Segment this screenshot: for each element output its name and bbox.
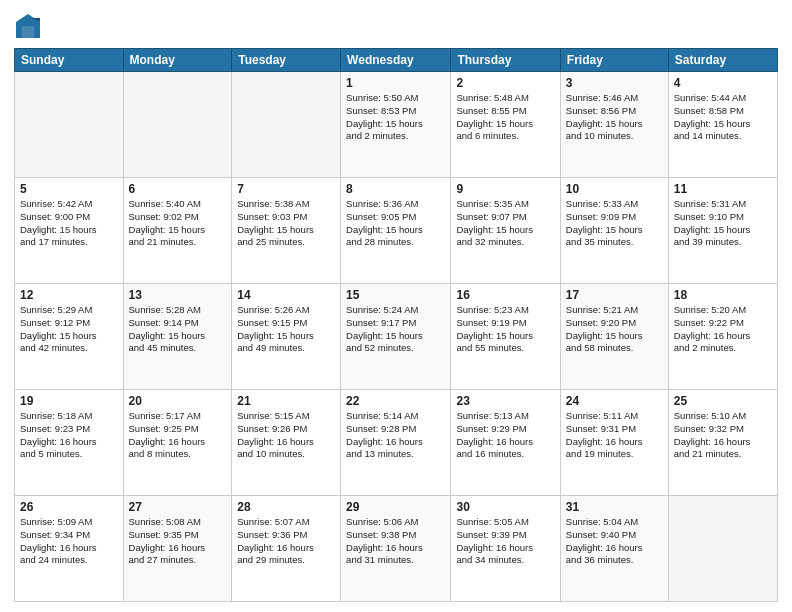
weekday-header-row: SundayMondayTuesdayWednesdayThursdayFrid…: [15, 49, 778, 72]
day-number: 20: [129, 394, 227, 408]
day-number: 24: [566, 394, 663, 408]
day-content: Sunrise: 5:10 AM Sunset: 9:32 PM Dayligh…: [674, 410, 772, 461]
day-content: Sunrise: 5:15 AM Sunset: 9:26 PM Dayligh…: [237, 410, 335, 461]
day-content: Sunrise: 5:21 AM Sunset: 9:20 PM Dayligh…: [566, 304, 663, 355]
calendar-cell: 7Sunrise: 5:38 AM Sunset: 9:03 PM Daylig…: [232, 178, 341, 284]
day-number: 13: [129, 288, 227, 302]
svg-rect-2: [22, 26, 34, 38]
calendar-cell: 16Sunrise: 5:23 AM Sunset: 9:19 PM Dayli…: [451, 284, 560, 390]
day-content: Sunrise: 5:11 AM Sunset: 9:31 PM Dayligh…: [566, 410, 663, 461]
weekday-header-wednesday: Wednesday: [341, 49, 451, 72]
day-content: Sunrise: 5:42 AM Sunset: 9:00 PM Dayligh…: [20, 198, 118, 249]
calendar-cell: 1Sunrise: 5:50 AM Sunset: 8:53 PM Daylig…: [341, 72, 451, 178]
calendar-cell: 14Sunrise: 5:26 AM Sunset: 9:15 PM Dayli…: [232, 284, 341, 390]
day-number: 12: [20, 288, 118, 302]
day-content: Sunrise: 5:14 AM Sunset: 9:28 PM Dayligh…: [346, 410, 445, 461]
weekday-header-thursday: Thursday: [451, 49, 560, 72]
weekday-header-saturday: Saturday: [668, 49, 777, 72]
calendar-cell: 13Sunrise: 5:28 AM Sunset: 9:14 PM Dayli…: [123, 284, 232, 390]
day-content: Sunrise: 5:04 AM Sunset: 9:40 PM Dayligh…: [566, 516, 663, 567]
day-number: 23: [456, 394, 554, 408]
calendar-cell: 6Sunrise: 5:40 AM Sunset: 9:02 PM Daylig…: [123, 178, 232, 284]
calendar-cell: 15Sunrise: 5:24 AM Sunset: 9:17 PM Dayli…: [341, 284, 451, 390]
day-content: Sunrise: 5:26 AM Sunset: 9:15 PM Dayligh…: [237, 304, 335, 355]
day-content: Sunrise: 5:06 AM Sunset: 9:38 PM Dayligh…: [346, 516, 445, 567]
calendar-cell: [232, 72, 341, 178]
day-content: Sunrise: 5:38 AM Sunset: 9:03 PM Dayligh…: [237, 198, 335, 249]
calendar-cell: 27Sunrise: 5:08 AM Sunset: 9:35 PM Dayli…: [123, 496, 232, 602]
day-content: Sunrise: 5:23 AM Sunset: 9:19 PM Dayligh…: [456, 304, 554, 355]
day-content: Sunrise: 5:05 AM Sunset: 9:39 PM Dayligh…: [456, 516, 554, 567]
calendar-cell: 18Sunrise: 5:20 AM Sunset: 9:22 PM Dayli…: [668, 284, 777, 390]
calendar-cell: [15, 72, 124, 178]
day-content: Sunrise: 5:18 AM Sunset: 9:23 PM Dayligh…: [20, 410, 118, 461]
calendar-cell: 3Sunrise: 5:46 AM Sunset: 8:56 PM Daylig…: [560, 72, 668, 178]
day-number: 2: [456, 76, 554, 90]
day-content: Sunrise: 5:46 AM Sunset: 8:56 PM Dayligh…: [566, 92, 663, 143]
day-number: 15: [346, 288, 445, 302]
day-content: Sunrise: 5:07 AM Sunset: 9:36 PM Dayligh…: [237, 516, 335, 567]
day-content: Sunrise: 5:36 AM Sunset: 9:05 PM Dayligh…: [346, 198, 445, 249]
calendar-cell: 9Sunrise: 5:35 AM Sunset: 9:07 PM Daylig…: [451, 178, 560, 284]
calendar-cell: [123, 72, 232, 178]
week-row-1: 5Sunrise: 5:42 AM Sunset: 9:00 PM Daylig…: [15, 178, 778, 284]
day-number: 16: [456, 288, 554, 302]
calendar-cell: 31Sunrise: 5:04 AM Sunset: 9:40 PM Dayli…: [560, 496, 668, 602]
calendar-cell: 2Sunrise: 5:48 AM Sunset: 8:55 PM Daylig…: [451, 72, 560, 178]
day-content: Sunrise: 5:35 AM Sunset: 9:07 PM Dayligh…: [456, 198, 554, 249]
day-number: 10: [566, 182, 663, 196]
day-content: Sunrise: 5:48 AM Sunset: 8:55 PM Dayligh…: [456, 92, 554, 143]
calendar-cell: 29Sunrise: 5:06 AM Sunset: 9:38 PM Dayli…: [341, 496, 451, 602]
day-content: Sunrise: 5:20 AM Sunset: 9:22 PM Dayligh…: [674, 304, 772, 355]
calendar-cell: 5Sunrise: 5:42 AM Sunset: 9:00 PM Daylig…: [15, 178, 124, 284]
calendar-cell: 17Sunrise: 5:21 AM Sunset: 9:20 PM Dayli…: [560, 284, 668, 390]
header: [14, 12, 778, 40]
logo-icon: [14, 12, 42, 40]
day-number: 9: [456, 182, 554, 196]
calendar-cell: 10Sunrise: 5:33 AM Sunset: 9:09 PM Dayli…: [560, 178, 668, 284]
day-number: 5: [20, 182, 118, 196]
day-content: Sunrise: 5:40 AM Sunset: 9:02 PM Dayligh…: [129, 198, 227, 249]
weekday-header-monday: Monday: [123, 49, 232, 72]
week-row-0: 1Sunrise: 5:50 AM Sunset: 8:53 PM Daylig…: [15, 72, 778, 178]
day-number: 8: [346, 182, 445, 196]
day-number: 31: [566, 500, 663, 514]
day-number: 1: [346, 76, 445, 90]
calendar-cell: 26Sunrise: 5:09 AM Sunset: 9:34 PM Dayli…: [15, 496, 124, 602]
weekday-header-friday: Friday: [560, 49, 668, 72]
day-number: 4: [674, 76, 772, 90]
day-content: Sunrise: 5:33 AM Sunset: 9:09 PM Dayligh…: [566, 198, 663, 249]
day-number: 26: [20, 500, 118, 514]
calendar-cell: 19Sunrise: 5:18 AM Sunset: 9:23 PM Dayli…: [15, 390, 124, 496]
day-number: 25: [674, 394, 772, 408]
weekday-header-tuesday: Tuesday: [232, 49, 341, 72]
day-content: Sunrise: 5:28 AM Sunset: 9:14 PM Dayligh…: [129, 304, 227, 355]
calendar: SundayMondayTuesdayWednesdayThursdayFrid…: [14, 48, 778, 602]
day-content: Sunrise: 5:24 AM Sunset: 9:17 PM Dayligh…: [346, 304, 445, 355]
day-content: Sunrise: 5:08 AM Sunset: 9:35 PM Dayligh…: [129, 516, 227, 567]
logo: [14, 12, 46, 40]
calendar-cell: 12Sunrise: 5:29 AM Sunset: 9:12 PM Dayli…: [15, 284, 124, 390]
day-number: 21: [237, 394, 335, 408]
day-number: 19: [20, 394, 118, 408]
week-row-3: 19Sunrise: 5:18 AM Sunset: 9:23 PM Dayli…: [15, 390, 778, 496]
day-content: Sunrise: 5:50 AM Sunset: 8:53 PM Dayligh…: [346, 92, 445, 143]
day-number: 28: [237, 500, 335, 514]
day-content: Sunrise: 5:09 AM Sunset: 9:34 PM Dayligh…: [20, 516, 118, 567]
day-number: 27: [129, 500, 227, 514]
day-number: 29: [346, 500, 445, 514]
day-number: 14: [237, 288, 335, 302]
calendar-cell: 22Sunrise: 5:14 AM Sunset: 9:28 PM Dayli…: [341, 390, 451, 496]
page: SundayMondayTuesdayWednesdayThursdayFrid…: [0, 0, 792, 612]
calendar-cell: 25Sunrise: 5:10 AM Sunset: 9:32 PM Dayli…: [668, 390, 777, 496]
day-number: 30: [456, 500, 554, 514]
calendar-cell: 28Sunrise: 5:07 AM Sunset: 9:36 PM Dayli…: [232, 496, 341, 602]
day-number: 3: [566, 76, 663, 90]
week-row-4: 26Sunrise: 5:09 AM Sunset: 9:34 PM Dayli…: [15, 496, 778, 602]
day-content: Sunrise: 5:44 AM Sunset: 8:58 PM Dayligh…: [674, 92, 772, 143]
day-content: Sunrise: 5:31 AM Sunset: 9:10 PM Dayligh…: [674, 198, 772, 249]
calendar-cell: 11Sunrise: 5:31 AM Sunset: 9:10 PM Dayli…: [668, 178, 777, 284]
calendar-cell: 8Sunrise: 5:36 AM Sunset: 9:05 PM Daylig…: [341, 178, 451, 284]
week-row-2: 12Sunrise: 5:29 AM Sunset: 9:12 PM Dayli…: [15, 284, 778, 390]
day-number: 17: [566, 288, 663, 302]
